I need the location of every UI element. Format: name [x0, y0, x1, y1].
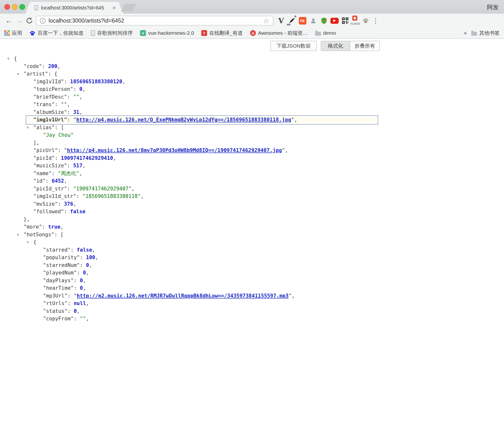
- json-token: "starredNum": [43, 262, 80, 268]
- zoom-window-button[interactable]: [19, 4, 25, 10]
- json-line: ▼"artist": {: [0, 70, 504, 78]
- collapse-all-button[interactable]: 折叠所有: [350, 41, 379, 51]
- json-token: ,: [122, 79, 126, 85]
- page-favicon-icon: [34, 5, 38, 10]
- collapse-toggle-icon[interactable]: ▼: [17, 231, 19, 239]
- json-line: ],: [0, 139, 504, 147]
- json-token: :: [74, 285, 80, 291]
- json-line: "copyFrom": "",: [0, 315, 504, 323]
- json-token: ,: [92, 247, 95, 253]
- json-line: "starredNum": 0,: [0, 262, 504, 269]
- json-token: "popularity": [43, 255, 80, 260]
- bookmark-label: 在线翻译_有道: [209, 30, 243, 36]
- collapse-toggle-icon[interactable]: ▼: [27, 124, 29, 132]
- json-token: false: [70, 209, 85, 214]
- json-token: :: [67, 94, 73, 100]
- profile-name: 阿发: [487, 3, 499, 11]
- bookmark-youdao-translate[interactable]: Y 在线翻译_有道: [201, 30, 243, 36]
- json-token: "starred": [43, 247, 71, 253]
- browser-tab[interactable]: localhost:3000/artists?id=645 ×: [25, 2, 123, 14]
- json-token: "周杰伦": [58, 170, 79, 176]
- qrcode-extension-icon[interactable]: [340, 14, 351, 28]
- download-json-button[interactable]: 下载JSON数据: [270, 41, 317, 51]
- page-info-icon[interactable]: i: [40, 18, 45, 24]
- json-token: :: [80, 262, 86, 268]
- json-line: "mvSize": 376,: [0, 200, 504, 208]
- youtube-extension-icon[interactable]: [329, 14, 340, 28]
- json-token: :: [46, 178, 52, 184]
- json-link[interactable]: http://m2.music.126.net/RMJR7wDullRqppBk…: [77, 293, 288, 299]
- json-token: :: [71, 247, 77, 253]
- tab-title: localhost:3000/artists?id=645: [41, 5, 111, 11]
- json-link[interactable]: http://p4.music.126.net/8mv7qP30Pd3oHW8b…: [67, 147, 282, 153]
- close-window-button[interactable]: [4, 4, 10, 10]
- new-tab-button[interactable]: [121, 4, 136, 11]
- other-bookmarks-folder[interactable]: 其他书签: [471, 30, 500, 36]
- shield-extension-icon[interactable]: [319, 14, 329, 28]
- paw-extension-icon[interactable]: [360, 14, 371, 28]
- json-token: :: [52, 170, 58, 176]
- json-token: ,: [82, 86, 85, 92]
- json-token: ,: [57, 63, 60, 69]
- html5-player-extension-icon[interactable]: PLAYER: [351, 15, 360, 26]
- json-token: :: [58, 201, 64, 207]
- bookmark-label: 谷歌按时间排序: [97, 30, 133, 36]
- bookmark-google-sort[interactable]: 谷歌按时间排序: [91, 30, 133, 36]
- json-token: "mvSize": [33, 201, 58, 207]
- json-token: 0: [86, 262, 89, 268]
- json-token: {: [14, 56, 17, 61]
- json-token: ",: [288, 293, 294, 299]
- json-line: ▼"hotSongs": [: [0, 231, 504, 239]
- collapse-toggle-icon[interactable]: ▼: [27, 239, 29, 246]
- json-token: 100: [86, 255, 95, 260]
- json-link[interactable]: http://p4.music.126.net/Q_ExePNkmqB2yWyL…: [76, 117, 291, 123]
- json-token: 19097417462929410: [61, 155, 113, 161]
- format-button[interactable]: 格式化: [321, 41, 350, 51]
- json-line: "followed": false: [0, 208, 504, 216]
- json-line: },: [0, 216, 504, 223]
- bookmarks-bar: 应用 百度一下，你就知道 谷歌按时间排序 V vue-hackernews-2.…: [0, 28, 504, 39]
- json-line: "Jay Chou": [0, 131, 504, 139]
- minimize-window-button[interactable]: [12, 4, 17, 10]
- json-token: "Jay Chou": [43, 132, 74, 138]
- bookmark-label: 其他书签: [479, 30, 500, 36]
- json-token: :: [74, 278, 80, 283]
- bookmark-baidu[interactable]: 百度一下，你就知道: [29, 30, 84, 36]
- fe-badge: FE: [299, 17, 306, 25]
- bookmarks-overflow-chevron[interactable]: »: [464, 30, 467, 36]
- json-token: ,: [113, 155, 116, 161]
- window-controls: [4, 4, 25, 10]
- person-extension-icon[interactable]: [308, 14, 319, 28]
- collapse-toggle-icon[interactable]: ▼: [7, 55, 9, 63]
- back-button[interactable]: ←: [4, 14, 14, 28]
- url-text[interactable]: localhost:3000/artists?id=6452: [49, 17, 263, 24]
- reload-button[interactable]: [24, 17, 34, 24]
- vimium-v-glyph: V: [278, 17, 284, 25]
- json-token: ,: [64, 178, 67, 184]
- json-line: "rtUrls": null,: [0, 300, 504, 307]
- fe-extension-icon[interactable]: FE: [297, 14, 308, 28]
- tab-close-icon[interactable]: ×: [112, 5, 116, 10]
- json-token: "trans": [33, 102, 55, 107]
- youdao-icon: Y: [201, 30, 207, 36]
- json-token: 18569651883380120: [70, 79, 122, 85]
- bookmark-demo-folder[interactable]: demo: [315, 30, 336, 36]
- translate-pen-extension-icon[interactable]: en: [286, 14, 297, 28]
- json-token: 517: [73, 163, 82, 169]
- bookmark-apps[interactable]: 应用: [4, 30, 22, 36]
- forward-button[interactable]: →: [14, 14, 24, 28]
- browser-menu-icon[interactable]: ⋮: [371, 17, 380, 25]
- json-token: "id": [33, 178, 46, 184]
- collapse-toggle-icon[interactable]: ▼: [17, 70, 19, 78]
- json-token: : ": [67, 293, 77, 299]
- json-line: "dayPlays": 0,: [0, 277, 504, 285]
- vimium-extension-icon[interactable]: V: [276, 14, 286, 28]
- json-token: "name": [33, 170, 52, 176]
- bookmark-awesomes[interactable]: A Awesomes - 前端资…: [250, 30, 308, 36]
- format-toggle-group: 格式化 折叠所有: [321, 41, 380, 51]
- bookmark-vue-hackernews[interactable]: V vue-hackernews-2.0: [140, 30, 194, 36]
- address-bar[interactable]: i localhost:3000/artists?id=6452 ☆: [36, 16, 273, 26]
- bookmark-star-icon[interactable]: ☆: [263, 17, 269, 25]
- json-token: },: [24, 216, 30, 222]
- json-token: :: [80, 255, 86, 260]
